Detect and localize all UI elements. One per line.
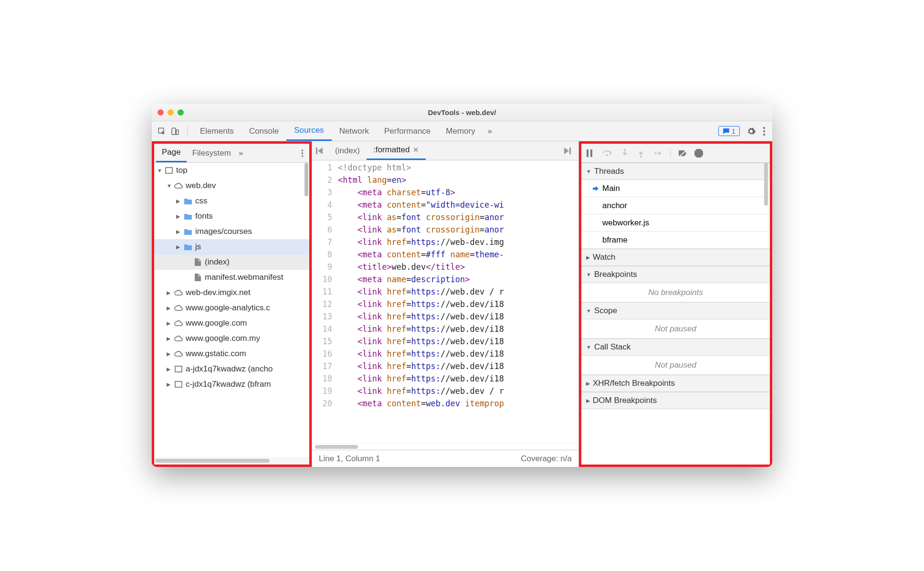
cloud-icon: [174, 320, 183, 326]
panel-tab-elements[interactable]: Elements: [192, 121, 242, 141]
tree-label: (index): [205, 257, 230, 267]
messages-count: 1: [732, 127, 735, 135]
expand-arrow-icon[interactable]: ▶: [167, 336, 171, 342]
section-header[interactable]: ▼Call Stack: [581, 338, 770, 356]
empty-message: Not paused: [581, 356, 770, 375]
step-into-icon[interactable]: [621, 149, 628, 158]
thread-item[interactable]: bframe: [581, 232, 770, 249]
section-body: Not paused: [581, 319, 770, 338]
expand-arrow-icon: ▼: [586, 272, 591, 277]
tree-row[interactable]: ▶www.gstatic.com: [154, 346, 309, 361]
section-header[interactable]: ▼Scope: [581, 302, 770, 319]
tree-row[interactable]: ▶fonts: [154, 209, 309, 224]
folder-icon: [184, 244, 192, 250]
expand-arrow-icon: ▶: [586, 398, 590, 404]
editor-tab[interactable]: :formatted✕: [367, 141, 426, 160]
more-tabs-chevron-icon[interactable]: »: [483, 127, 497, 136]
code-content[interactable]: <!doctype html><html lang=en> <meta char…: [336, 160, 578, 443]
tree-row[interactable]: (index): [154, 254, 309, 270]
tree-row[interactable]: ▼web.dev: [154, 178, 309, 193]
inspect-element-icon[interactable]: [158, 127, 166, 136]
step-out-icon[interactable]: [638, 149, 644, 158]
debugger-vertical-scrollbar[interactable]: [764, 163, 769, 465]
expand-arrow-icon[interactable]: ▶: [167, 305, 171, 311]
folder-icon: [184, 213, 192, 220]
pause-icon[interactable]: [586, 149, 593, 157]
navigator-tree[interactable]: ▼top▼web.dev▶css▶fonts▶images/courses▶js…: [154, 163, 309, 457]
tree-row[interactable]: ▼top: [154, 163, 309, 178]
thread-item[interactable]: webworker.js: [581, 214, 770, 232]
expand-arrow-icon[interactable]: ▶: [167, 381, 171, 388]
expand-arrow-icon: ▼: [586, 308, 591, 314]
section-header[interactable]: ▶XHR/fetch Breakpoints: [581, 375, 770, 392]
navigator-pane: PageFilesystem » ▼top▼web.dev▶css▶fonts▶…: [152, 141, 312, 467]
tree-row[interactable]: ▶www.google.com: [154, 316, 309, 331]
debugger-pane: ▼ThreadsMainanchorwebworker.jsbframe▶Wat…: [579, 141, 772, 467]
folder-icon: [184, 198, 192, 204]
editor-history-back-icon[interactable]: [316, 148, 326, 154]
tree-row[interactable]: manifest.webmanifest: [154, 270, 309, 285]
expand-arrow-icon[interactable]: ▶: [176, 229, 181, 235]
expand-arrow-icon[interactable]: ▶: [167, 290, 171, 296]
svg-rect-11: [175, 381, 182, 387]
navigator-tab-filesystem[interactable]: Filesystem: [187, 144, 237, 162]
section-header[interactable]: ▼Breakpoints: [581, 266, 770, 283]
tree-label: css: [195, 196, 208, 206]
tree-label: images/courses: [195, 227, 252, 236]
expand-arrow-icon[interactable]: ▶: [167, 366, 171, 372]
expand-arrow-icon: ▼: [586, 344, 591, 350]
pause-on-exceptions-icon[interactable]: [694, 149, 703, 158]
section-header[interactable]: ▼Threads: [581, 163, 770, 180]
navigator-kebab-icon[interactable]: [297, 149, 307, 158]
svg-point-19: [654, 152, 656, 154]
navigator-horizontal-scrollbar[interactable]: [154, 457, 309, 465]
tree-row[interactable]: ▶www.google-analytics.c: [154, 300, 309, 316]
step-icon[interactable]: [654, 150, 662, 157]
section-title: Breakpoints: [594, 270, 637, 279]
section-header[interactable]: ▶Watch: [581, 249, 770, 266]
expand-arrow-icon[interactable]: ▶: [176, 244, 181, 250]
deactivate-breakpoints-icon[interactable]: [678, 149, 688, 157]
navigator-more-chevron-icon[interactable]: »: [239, 148, 243, 158]
thread-item[interactable]: anchor: [581, 197, 770, 214]
step-over-icon[interactable]: [602, 149, 612, 157]
close-tab-icon[interactable]: ✕: [413, 146, 419, 154]
code-editor[interactable]: 1234567891011121314151617181920 <!doctyp…: [312, 160, 578, 443]
cloud-icon: [174, 290, 183, 296]
section-header[interactable]: ▶DOM Breakpoints: [581, 392, 770, 409]
expand-arrow-icon[interactable]: ▼: [157, 168, 162, 173]
kebab-menu-icon[interactable]: [763, 127, 766, 136]
tree-row[interactable]: ▶js: [154, 239, 309, 254]
svg-point-3: [763, 127, 765, 129]
svg-point-17: [624, 149, 626, 151]
expand-arrow-icon[interactable]: ▼: [167, 183, 171, 189]
tree-row[interactable]: ▶a-jdx1q7kwadwz (ancho: [154, 361, 309, 377]
tree-row[interactable]: ▶web-dev.imgix.net: [154, 285, 309, 300]
thread-item[interactable]: Main: [581, 180, 770, 197]
settings-gear-icon[interactable]: [746, 127, 756, 136]
tree-row[interactable]: ▶www.google.com.my: [154, 331, 309, 346]
expand-arrow-icon[interactable]: ▶: [176, 213, 181, 220]
device-toolbar-icon[interactable]: [171, 127, 179, 136]
cloud-icon: [174, 183, 183, 189]
navigator-tab-page[interactable]: Page: [156, 144, 187, 162]
message-icon: [723, 127, 730, 135]
tree-row[interactable]: ▶css: [154, 193, 309, 209]
window-titlebar: DevTools - web.dev/: [152, 104, 772, 121]
current-arrow-icon: [593, 186, 598, 191]
panel-tab-console[interactable]: Console: [242, 121, 286, 141]
panel-tab-sources[interactable]: Sources: [286, 121, 331, 141]
editor-horizontal-scrollbar[interactable]: [312, 443, 578, 450]
panel-tab-network[interactable]: Network: [332, 121, 377, 141]
panel-tab-memory[interactable]: Memory: [438, 121, 483, 141]
panel-tab-performance[interactable]: Performance: [377, 121, 438, 141]
expand-arrow-icon[interactable]: ▶: [167, 320, 171, 327]
messages-badge[interactable]: 1: [718, 126, 740, 136]
expand-arrow-icon[interactable]: ▶: [176, 198, 181, 204]
tree-row[interactable]: ▶c-jdx1q7kwadwz (bfram: [154, 377, 309, 392]
navigator-vertical-scrollbar[interactable]: [304, 163, 309, 457]
editor-tab[interactable]: (index): [328, 141, 367, 160]
tree-row[interactable]: ▶images/courses: [154, 224, 309, 239]
expand-arrow-icon[interactable]: ▶: [167, 351, 171, 357]
editor-history-forward-icon[interactable]: [564, 148, 575, 154]
